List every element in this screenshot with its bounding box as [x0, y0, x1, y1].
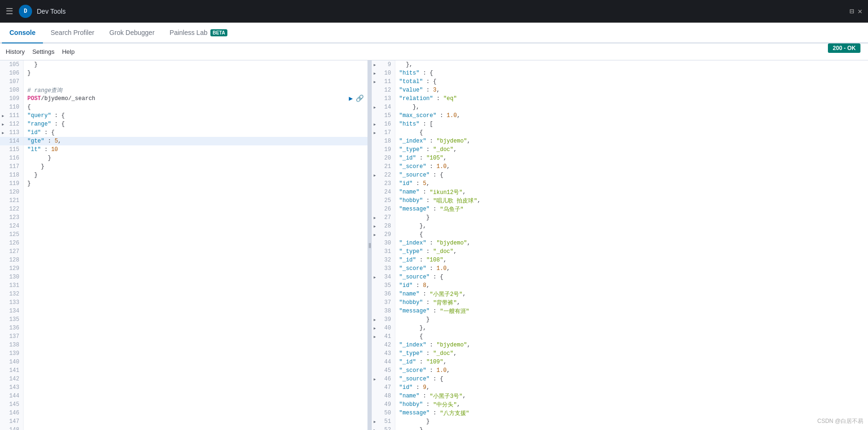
- result-line-number: 50: [372, 409, 395, 417]
- code-area[interactable]: 1051061071081091101111121131141151161171…: [0, 60, 367, 430]
- editor-line-number: 123: [0, 213, 23, 222]
- editor-code-line[interactable]: # range查询: [24, 86, 367, 94]
- result-code-line: {: [395, 332, 868, 341]
- editor-code-line[interactable]: [24, 392, 367, 400]
- editor-code-line[interactable]: "range" : {: [24, 120, 367, 128]
- result-line-number: 16: [372, 120, 395, 128]
- tab-painless-lab[interactable]: Painless Lab BETA: [162, 23, 235, 43]
- editor-code-line[interactable]: POST /bjydemo/_search▶🔗: [24, 94, 367, 103]
- editor-code-line[interactable]: "lt" : 10: [24, 145, 367, 154]
- editor-code-line[interactable]: [24, 366, 367, 375]
- editor-code-line[interactable]: [24, 213, 367, 222]
- result-code-line: }: [395, 417, 868, 426]
- result-line-number: 40: [372, 324, 395, 332]
- result-code-line: "name" : "小黑子2号",: [395, 290, 868, 298]
- result-line-number: 30: [372, 239, 395, 247]
- copy-as-curl-button[interactable]: 🔗: [356, 94, 364, 102]
- editor-code-line[interactable]: }: [24, 154, 367, 162]
- editor-line-number: 128: [0, 256, 23, 264]
- editor-code-line[interactable]: [24, 324, 367, 332]
- editor-code-line[interactable]: [24, 341, 367, 349]
- editor-code-line[interactable]: }: [24, 162, 367, 171]
- editor-code-line[interactable]: [24, 247, 367, 256]
- result-code-line: },: [395, 324, 868, 332]
- result-code-line: "total" : {: [395, 77, 868, 86]
- editor-code-line[interactable]: [24, 400, 367, 409]
- editor-code-line[interactable]: }: [24, 171, 367, 179]
- result-code-line: "_index" : "bjydemo",: [395, 239, 868, 247]
- editor-code-line[interactable]: [24, 358, 367, 366]
- result-line-number: 10: [372, 69, 395, 77]
- editor-code-line[interactable]: "id" : {: [24, 128, 367, 137]
- subnav-help[interactable]: Help: [62, 48, 75, 55]
- result-code-line: "hobby" : "中分头",: [395, 400, 868, 409]
- subnav-settings[interactable]: Settings: [32, 48, 54, 55]
- tab-console[interactable]: Console: [2, 23, 43, 43]
- editor-code-line[interactable]: [24, 281, 367, 290]
- tab-search-profiler[interactable]: Search Profiler: [43, 23, 102, 43]
- result-code-line: "max_score" : 1.0,: [395, 111, 868, 120]
- editor-code-line[interactable]: [24, 298, 367, 307]
- editor-line-number: 139: [0, 349, 23, 358]
- editor-code-line[interactable]: [24, 222, 367, 230]
- editor-line-number: 105: [0, 60, 23, 69]
- editor-code-line[interactable]: {: [24, 103, 367, 111]
- result-code-line: "hobby" : "唱儿歌 拍皮球",: [395, 196, 868, 205]
- editor-code-line[interactable]: "gte" : 5,: [24, 137, 367, 145]
- editor-line-number: 144: [0, 392, 23, 400]
- editor-code-line[interactable]: [24, 349, 367, 358]
- menu-icon[interactable]: ☰: [6, 6, 13, 17]
- editor-line-number: 133: [0, 298, 23, 307]
- editor-code-line[interactable]: [24, 239, 367, 247]
- editor-code-line[interactable]: [24, 315, 367, 324]
- result-code-area[interactable]: 9101112131415161718192021222324252627282…: [372, 60, 868, 430]
- editor-code-line[interactable]: [24, 426, 367, 430]
- tab-grok-debugger[interactable]: Grok Debugger: [102, 23, 162, 43]
- result-line-number: 20: [372, 154, 395, 162]
- minimize-icon[interactable]: ⊟: [850, 7, 854, 16]
- editor-code-line[interactable]: [24, 409, 367, 417]
- editor-code-line[interactable]: [24, 188, 367, 196]
- editor-code-line[interactable]: [24, 383, 367, 392]
- editor-code-line[interactable]: [24, 256, 367, 264]
- result-code-content[interactable]: }, "hits" : { "total" : { "value" : 3, "…: [395, 60, 868, 430]
- editor-code-line[interactable]: }: [24, 60, 367, 69]
- panel-resizer[interactable]: ‖: [368, 60, 372, 430]
- result-code-line: "name" : "小黑子3号",: [395, 392, 868, 400]
- editor-code-line[interactable]: [24, 417, 367, 426]
- close-icon[interactable]: ✕: [858, 7, 862, 16]
- editor-line-number: 145: [0, 400, 23, 409]
- beta-badge: BETA: [210, 29, 227, 36]
- editor-line-number: 110: [0, 103, 23, 111]
- subnav-history[interactable]: History: [6, 48, 25, 55]
- result-line-number: 27: [372, 213, 395, 222]
- result-line-number: 35: [372, 281, 395, 290]
- editor-code-line[interactable]: }: [24, 69, 367, 77]
- editor-code-line[interactable]: [24, 230, 367, 239]
- editor-code-line[interactable]: [24, 273, 367, 281]
- result-line-number: 48: [372, 392, 395, 400]
- result-line-number: 25: [372, 196, 395, 205]
- result-code-line: "_type" : "_doc",: [395, 145, 868, 154]
- editor-line-number: 148: [0, 426, 23, 430]
- editor-code-line[interactable]: }: [24, 179, 367, 188]
- editor-line-number: 140: [0, 358, 23, 366]
- editor-code-content[interactable]: }}# range查询POST /bjydemo/_search▶🔗{ "que…: [24, 60, 367, 430]
- editor-code-line[interactable]: [24, 264, 367, 273]
- editor-code-line[interactable]: [24, 290, 367, 298]
- editor-code-line[interactable]: "query" : {: [24, 111, 367, 120]
- editor-code-line[interactable]: [24, 205, 367, 213]
- editor-code-line[interactable]: [24, 332, 367, 341]
- editor-line-number: 130: [0, 273, 23, 281]
- editor-code-line[interactable]: [24, 307, 367, 315]
- result-line-number: 46: [372, 375, 395, 383]
- editor-line-numbers: 1051061071081091101111121131141151161171…: [0, 60, 24, 430]
- result-line-number: 29: [372, 230, 395, 239]
- result-line-number: 33: [372, 264, 395, 273]
- editor-code-line[interactable]: [24, 196, 367, 205]
- run-button[interactable]: ▶: [349, 94, 353, 102]
- editor-panel: 1051061071081091101111121131141151161171…: [0, 60, 368, 430]
- editor-code-line[interactable]: [24, 375, 367, 383]
- result-code-line: "hobby" : "背带裤",: [395, 298, 868, 307]
- editor-code-line[interactable]: [24, 77, 367, 86]
